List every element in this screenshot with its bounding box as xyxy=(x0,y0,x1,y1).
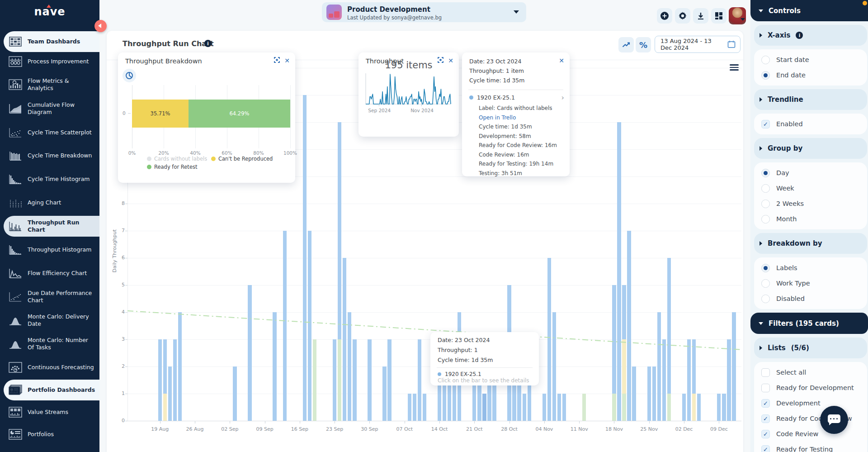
checkbox-option-ready-for-code-review[interactable]: ✓Ready for Code Review xyxy=(754,411,867,426)
chart-bar-04-oct[interactable] xyxy=(387,339,391,421)
chart-bar-23-oct[interactable] xyxy=(482,394,486,421)
card-row[interactable]: 1920 EX-25.1 xyxy=(469,94,515,101)
close-icon[interactable]: ✕ xyxy=(559,57,564,64)
chart-bar-20-aug[interactable] xyxy=(163,339,167,421)
chart-bar-27-nov[interactable] xyxy=(657,312,661,421)
sidebar-item-value-streams[interactable]: Value Streams xyxy=(0,402,99,423)
checkbox-checked[interactable]: ✓ xyxy=(761,414,770,423)
chart-bar-03-sep[interactable] xyxy=(233,366,236,421)
chart-bar-11-dec[interactable] xyxy=(727,339,731,421)
checkbox-unchecked[interactable] xyxy=(761,384,770,392)
chart-bar-04-nov[interactable] xyxy=(542,394,546,421)
download-button[interactable] xyxy=(693,8,708,24)
chart-bar-03-dec[interactable] xyxy=(687,339,691,421)
chart-bar-22-aug[interactable] xyxy=(173,339,177,421)
sidebar-item-monte-carlo-delivery-date[interactable]: Monte Carlo: Delivery Date xyxy=(0,307,99,333)
checkbox-checked[interactable]: ✓ xyxy=(761,399,770,408)
add-button[interactable] xyxy=(657,8,672,24)
sidebar-item-cycle-time-scatterplot[interactable]: Cycle Time Scatterplot xyxy=(0,122,99,143)
chart-bar-02-dec[interactable] xyxy=(682,394,686,421)
checkbox-option-ready-for-development[interactable]: Ready for Development xyxy=(754,380,867,395)
section-header-filters-195-cards-[interactable]: Filters (195 cards) xyxy=(750,313,868,334)
radio-unchecked[interactable] xyxy=(761,56,770,64)
sidebar-item-continuous-forecasting[interactable]: Continuous Forecasting xyxy=(0,357,99,378)
sidebar-item-process-improvement[interactable]: Process Improvement xyxy=(0,51,99,72)
checkbox-checked[interactable]: ✓ xyxy=(761,430,770,438)
chart-bar-10-dec[interactable] xyxy=(722,394,726,421)
chart-bar-06-sep[interactable] xyxy=(248,285,251,421)
avatar[interactable] xyxy=(729,7,746,24)
checkbox-unchecked[interactable] xyxy=(761,368,770,377)
checkbox-checked[interactable]: ✓ xyxy=(761,120,770,128)
chart-bar-19-sep[interactable] xyxy=(313,339,316,421)
chart-bar-12-nov[interactable] xyxy=(582,394,586,421)
chart-bar-30-sep[interactable] xyxy=(368,339,371,421)
radio-option-disabled[interactable]: Disabled xyxy=(754,291,867,306)
radio-option-month[interactable]: Month xyxy=(754,211,867,227)
breakdown-stacked-bar[interactable]: 35.71%64.29% xyxy=(132,100,290,128)
legend-item[interactable]: Ready for Retest xyxy=(147,164,197,170)
radio-option-labels[interactable]: Labels xyxy=(754,260,867,276)
chart-bar-19-nov[interactable] xyxy=(617,122,621,421)
close-icon[interactable]: ✕ xyxy=(284,57,290,64)
chart-bar-19-aug[interactable] xyxy=(158,339,162,421)
legend-item[interactable]: Cards without labels xyxy=(147,156,207,162)
radio-option-day[interactable]: Day xyxy=(754,165,867,181)
checkbox-checked[interactable]: ✓ xyxy=(761,445,770,452)
section-label-x-axis[interactable]: X-axisi xyxy=(754,25,867,46)
sidebar-item-flow-efficiency-chart[interactable]: Flow Efficiency Chart xyxy=(0,263,99,284)
sidebar-item-due-date-performance-chart[interactable]: Due Date Performance Chart xyxy=(0,284,99,310)
chart-bar-18-sep[interactable] xyxy=(308,231,311,421)
checkbox-option-select-all[interactable]: Select all xyxy=(754,365,867,380)
section-header-controls[interactable]: Controls xyxy=(750,0,868,21)
chart-bar-27-sep[interactable] xyxy=(353,339,356,421)
chart-bar-21-nov[interactable] xyxy=(627,231,631,421)
radio-option-work-type[interactable]: Work Type xyxy=(754,276,867,291)
chart-bar-12-dec[interactable] xyxy=(732,312,736,421)
chart-bar-11-oct[interactable] xyxy=(423,394,426,421)
section-label-lists[interactable]: Lists(5/6) xyxy=(754,338,867,358)
chart-bar-20-nov[interactable] xyxy=(622,285,626,421)
radio-checked[interactable] xyxy=(761,169,770,177)
chart-bar-09-dec[interactable] xyxy=(717,394,721,421)
chart-bar-05-nov[interactable] xyxy=(547,258,551,421)
chart-bar-11-sep[interactable] xyxy=(273,312,276,421)
chart-bar-29-nov[interactable] xyxy=(667,258,671,421)
radio-unchecked[interactable] xyxy=(761,279,770,288)
chart-bar-28-nov[interactable] xyxy=(662,339,666,421)
chart-bar-08-oct[interactable] xyxy=(408,394,411,421)
board-selector[interactable]: Product Development Last Updated by sony… xyxy=(322,2,526,22)
radio-option-2-weeks[interactable]: 2 Weeks xyxy=(754,196,867,211)
chart-bar-24-sep[interactable] xyxy=(338,122,341,421)
checkbox-option-enabled[interactable]: ✓Enabled xyxy=(754,116,867,132)
radio-unchecked[interactable] xyxy=(761,295,770,303)
chart-bar-08-nov[interactable] xyxy=(562,394,566,421)
legend-item[interactable]: Can't be Reproduced xyxy=(211,156,273,162)
radio-checked[interactable] xyxy=(761,71,770,80)
pie-chart-toggle-button[interactable] xyxy=(123,69,136,82)
radio-option-end-date[interactable]: End date xyxy=(754,67,867,83)
sidebar-item-throughput-histogram[interactable]: Throughput Histogram xyxy=(0,239,99,260)
open-in-trello-link[interactable]: Open in Trello xyxy=(479,114,516,121)
chart-bar-21-aug[interactable] xyxy=(168,366,172,421)
chart-bar-22-nov[interactable] xyxy=(632,366,636,421)
radio-unchecked[interactable] xyxy=(761,215,770,224)
info-icon[interactable]: i xyxy=(796,32,803,39)
checkbox-option-development[interactable]: ✓Development xyxy=(754,395,867,411)
chart-bar-04-dec[interactable] xyxy=(692,339,696,421)
sidebar-item-aging-chart[interactable]: Aging Chart xyxy=(0,192,99,213)
radio-option-week[interactable]: Week xyxy=(754,181,867,196)
chart-bar-06-nov[interactable] xyxy=(552,312,556,421)
sidebar-item-flow-metrics-analytics[interactable]: Flow Metrics & Analytics xyxy=(0,74,99,95)
chat-fab-button[interactable] xyxy=(820,406,848,434)
sidebar-item-portfolio-dashboards[interactable]: Portfolio Dashboards xyxy=(0,380,99,400)
chart-bar-26-nov[interactable] xyxy=(652,366,656,421)
section-label-trendline[interactable]: Trendline xyxy=(754,89,867,110)
chart-bar-23-sep[interactable] xyxy=(333,339,336,421)
section-label-group-by[interactable]: Group by xyxy=(754,138,867,159)
section-label-breakdown-by[interactable]: Breakdown by xyxy=(754,233,867,254)
chart-bar-23-aug[interactable] xyxy=(178,312,182,421)
radio-unchecked[interactable] xyxy=(761,200,770,208)
chart-bar-09-oct[interactable] xyxy=(413,394,416,421)
sidebar-collapse-button[interactable] xyxy=(94,20,107,32)
